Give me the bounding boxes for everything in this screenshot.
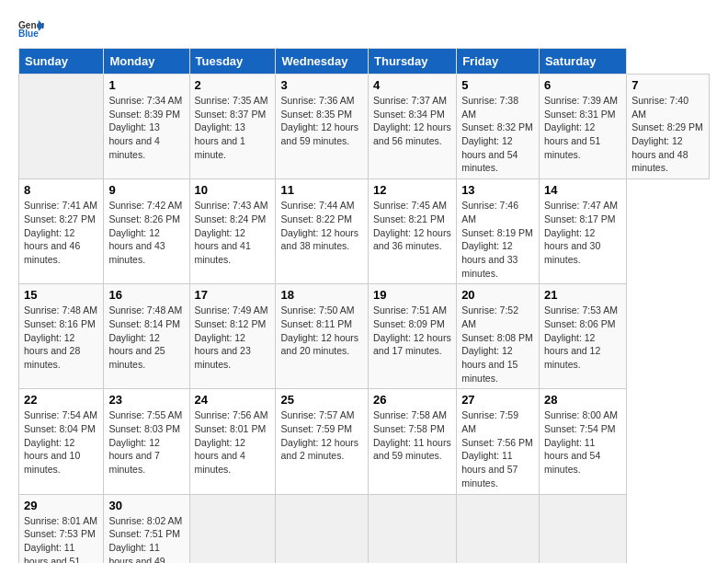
day-number: 27	[461, 393, 534, 407]
day-number: 29	[24, 499, 98, 512]
day-info: Sunrise: 7:50 AMSunset: 8:11 PMDaylight:…	[280, 304, 363, 358]
calendar-cell: 16Sunrise: 7:48 AMSunset: 8:14 PMDayligh…	[104, 284, 189, 389]
day-info: Sunrise: 7:53 AMSunset: 8:06 PMDaylight:…	[544, 304, 621, 371]
logo: General Blue	[18, 18, 44, 39]
day-info: Sunrise: 7:52 AMSunset: 8:08 PMDaylight:…	[461, 304, 534, 385]
page-header: General Blue	[18, 18, 710, 39]
calendar-cell: 13Sunrise: 7:46 AMSunset: 8:19 PMDayligh…	[457, 179, 540, 284]
logo-icon: General Blue	[18, 18, 44, 39]
calendar-cell: 4Sunrise: 7:37 AMSunset: 8:34 PMDaylight…	[369, 75, 457, 179]
day-info: Sunrise: 7:39 AMSunset: 8:31 PMDaylight:…	[544, 94, 621, 161]
calendar-cell: 21Sunrise: 7:53 AMSunset: 8:06 PMDayligh…	[539, 284, 626, 389]
day-number: 1	[108, 78, 184, 92]
day-info: Sunrise: 7:36 AMSunset: 8:35 PMDaylight:…	[280, 94, 363, 148]
day-number: 25	[280, 393, 363, 407]
day-number: 26	[373, 393, 451, 407]
calendar-cell: 29Sunrise: 8:01 AMSunset: 7:53 PMDayligh…	[19, 494, 104, 563]
calendar-cell: 27Sunrise: 7:59 AMSunset: 7:56 PMDayligh…	[457, 389, 540, 494]
calendar-cell	[539, 494, 626, 563]
day-number: 19	[373, 288, 451, 302]
calendar-cell: 6Sunrise: 7:39 AMSunset: 8:31 PMDaylight…	[539, 75, 626, 179]
day-number: 16	[108, 288, 184, 302]
calendar-cell: 7Sunrise: 7:40 AMSunset: 8:29 PMDaylight…	[627, 75, 710, 179]
calendar-cell	[189, 494, 276, 563]
calendar-cell: 3Sunrise: 7:36 AMSunset: 8:35 PMDaylight…	[276, 75, 369, 179]
day-number: 5	[461, 78, 534, 92]
day-info: Sunrise: 7:58 AMSunset: 7:58 PMDaylight:…	[373, 408, 451, 463]
day-info: Sunrise: 7:45 AMSunset: 8:21 PMDaylight:…	[373, 199, 451, 253]
day-number: 14	[544, 183, 621, 197]
day-number: 6	[544, 78, 621, 92]
day-number: 28	[544, 393, 621, 407]
day-number: 4	[373, 78, 451, 92]
calendar-cell: 28Sunrise: 8:00 AMSunset: 7:54 PMDayligh…	[539, 389, 626, 494]
day-number: 15	[24, 288, 98, 302]
calendar-cell: 20Sunrise: 7:52 AMSunset: 8:08 PMDayligh…	[457, 284, 540, 389]
day-info: Sunrise: 8:00 AMSunset: 7:54 PMDaylight:…	[544, 408, 621, 476]
calendar-cell: 15Sunrise: 7:48 AMSunset: 8:16 PMDayligh…	[19, 284, 104, 389]
calendar-cell: 12Sunrise: 7:45 AMSunset: 8:21 PMDayligh…	[369, 179, 457, 284]
weekday-header-thursday: Thursday	[369, 49, 457, 75]
weekday-header-tuesday: Tuesday	[189, 49, 276, 75]
day-info: Sunrise: 7:40 AMSunset: 8:29 PMDaylight:…	[631, 94, 704, 175]
calendar-cell: 22Sunrise: 7:54 AMSunset: 8:04 PMDayligh…	[19, 389, 104, 494]
calendar-cell	[457, 494, 540, 563]
day-info: Sunrise: 7:43 AMSunset: 8:24 PMDaylight:…	[195, 199, 271, 266]
weekday-header-saturday: Saturday	[539, 49, 626, 75]
day-info: Sunrise: 7:59 AMSunset: 7:56 PMDaylight:…	[461, 408, 534, 489]
day-number: 2	[195, 78, 271, 92]
day-number: 10	[195, 183, 271, 197]
day-number: 9	[108, 183, 184, 197]
calendar-cell: 10Sunrise: 7:43 AMSunset: 8:24 PMDayligh…	[189, 179, 276, 284]
calendar-cell: 30Sunrise: 8:02 AMSunset: 7:51 PMDayligh…	[104, 494, 189, 563]
calendar-cell	[19, 75, 104, 179]
calendar-cell: 5Sunrise: 7:38 AMSunset: 8:32 PMDaylight…	[457, 75, 540, 179]
calendar-cell	[369, 494, 457, 563]
day-number: 17	[195, 288, 271, 302]
calendar-cell: 25Sunrise: 7:57 AMSunset: 7:59 PMDayligh…	[276, 389, 369, 494]
day-number: 7	[631, 78, 704, 92]
calendar-cell: 26Sunrise: 7:58 AMSunset: 7:58 PMDayligh…	[369, 389, 457, 494]
calendar-cell: 11Sunrise: 7:44 AMSunset: 8:22 PMDayligh…	[276, 179, 369, 284]
day-number: 12	[373, 183, 451, 197]
svg-text:Blue: Blue	[18, 29, 39, 39]
day-info: Sunrise: 7:49 AMSunset: 8:12 PMDaylight:…	[195, 304, 271, 371]
day-info: Sunrise: 7:54 AMSunset: 8:04 PMDaylight:…	[24, 408, 98, 476]
day-number: 8	[24, 183, 98, 197]
day-info: Sunrise: 7:48 AMSunset: 8:16 PMDaylight:…	[24, 304, 98, 371]
day-number: 22	[24, 393, 98, 407]
weekday-header-wednesday: Wednesday	[276, 49, 369, 75]
calendar-cell: 14Sunrise: 7:47 AMSunset: 8:17 PMDayligh…	[539, 179, 626, 284]
day-number: 23	[108, 393, 184, 407]
weekday-header-monday: Monday	[104, 49, 189, 75]
day-number: 11	[280, 183, 363, 197]
day-info: Sunrise: 7:57 AMSunset: 7:59 PMDaylight:…	[280, 408, 363, 463]
calendar-cell: 18Sunrise: 7:50 AMSunset: 8:11 PMDayligh…	[276, 284, 369, 389]
calendar-cell: 17Sunrise: 7:49 AMSunset: 8:12 PMDayligh…	[189, 284, 276, 389]
calendar-cell: 9Sunrise: 7:42 AMSunset: 8:26 PMDaylight…	[104, 179, 189, 284]
calendar-cell: 2Sunrise: 7:35 AMSunset: 8:37 PMDaylight…	[189, 75, 276, 179]
calendar-cell: 8Sunrise: 7:41 AMSunset: 8:27 PMDaylight…	[19, 179, 104, 284]
calendar-cell: 23Sunrise: 7:55 AMSunset: 8:03 PMDayligh…	[104, 389, 189, 494]
day-info: Sunrise: 7:37 AMSunset: 8:34 PMDaylight:…	[373, 94, 451, 148]
day-number: 13	[461, 183, 534, 197]
day-number: 24	[195, 393, 271, 407]
day-info: Sunrise: 7:48 AMSunset: 8:14 PMDaylight:…	[108, 304, 184, 371]
day-number: 3	[280, 78, 363, 92]
day-info: Sunrise: 7:38 AMSunset: 8:32 PMDaylight:…	[461, 94, 534, 175]
day-info: Sunrise: 7:51 AMSunset: 8:09 PMDaylight:…	[373, 304, 451, 358]
day-info: Sunrise: 7:35 AMSunset: 8:37 PMDaylight:…	[195, 94, 271, 161]
calendar-cell: 19Sunrise: 7:51 AMSunset: 8:09 PMDayligh…	[369, 284, 457, 389]
day-info: Sunrise: 8:01 AMSunset: 7:53 PMDaylight:…	[24, 514, 98, 564]
day-info: Sunrise: 8:02 AMSunset: 7:51 PMDaylight:…	[108, 514, 184, 564]
day-info: Sunrise: 7:46 AMSunset: 8:19 PMDaylight:…	[461, 199, 534, 280]
weekday-header-sunday: Sunday	[19, 49, 104, 75]
day-number: 20	[461, 288, 534, 302]
day-number: 21	[544, 288, 621, 302]
day-info: Sunrise: 7:56 AMSunset: 8:01 PMDaylight:…	[195, 408, 271, 476]
day-info: Sunrise: 7:44 AMSunset: 8:22 PMDaylight:…	[280, 199, 363, 253]
day-info: Sunrise: 7:34 AMSunset: 8:39 PMDaylight:…	[108, 94, 184, 161]
day-info: Sunrise: 7:41 AMSunset: 8:27 PMDaylight:…	[24, 199, 98, 266]
day-info: Sunrise: 7:47 AMSunset: 8:17 PMDaylight:…	[544, 199, 621, 266]
day-info: Sunrise: 7:42 AMSunset: 8:26 PMDaylight:…	[108, 199, 184, 266]
